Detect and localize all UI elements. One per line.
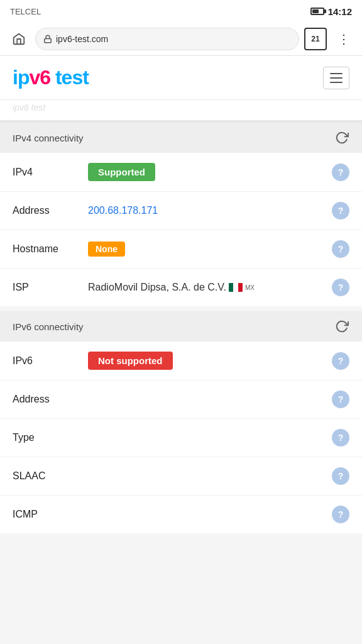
ipv4-help-button[interactable]: ?: [332, 164, 349, 181]
ipv6-not-supported-badge: Not supported: [88, 352, 173, 370]
hamburger-line-2: [330, 77, 343, 79]
address-url: ipv6-test.com: [56, 34, 108, 44]
ipv6-refresh-button[interactable]: [334, 319, 349, 334]
ipv4-hostname-value: None: [88, 242, 332, 257]
home-button[interactable]: [8, 28, 30, 50]
ipv6-section-header: IPv6 connectivity: [0, 311, 362, 341]
tab-counter-button[interactable]: 21: [304, 28, 327, 50]
ipv4-isp-value: RadioMovil Dipsa, S.A. de C.V. MX: [88, 282, 332, 293]
status-bar: TELCEL 14:12: [0, 0, 362, 23]
ipv6-type-row: Type ?: [0, 419, 362, 457]
ipv4-hostname-none-badge: None: [88, 242, 125, 257]
ipv4-refresh-button[interactable]: [334, 130, 349, 145]
ipv4-section-title: IPv4 connectivity: [13, 133, 84, 143]
ipv4-address-label: Address: [13, 205, 88, 216]
ipv6-slaac-label: SLAAC: [13, 470, 88, 482]
more-options-button[interactable]: ⋮: [332, 28, 354, 50]
carrier-text: TELCEL: [10, 7, 41, 16]
logo-test: test: [50, 66, 89, 89]
ipv4-isp-help-button[interactable]: ?: [332, 279, 349, 296]
ipv4-isp-row: ISP RadioMovil Dipsa, S.A. de C.V. MX ?: [0, 269, 362, 306]
site-header: ipv6 test: [0, 56, 362, 100]
ipv6-address-help-button[interactable]: ?: [332, 391, 349, 408]
ipv4-supported-badge: Supported: [88, 163, 155, 181]
home-icon: [12, 32, 26, 46]
hamburger-menu-button[interactable]: [323, 67, 349, 89]
ipv6-value: Not supported: [88, 352, 332, 370]
logo-v6: v6: [29, 66, 50, 89]
battery-icon: [310, 8, 324, 15]
ipv4-label: IPv4: [13, 167, 88, 178]
ipv6-type-help-button[interactable]: ?: [332, 429, 349, 447]
site-logo: ipv6 test: [13, 66, 89, 89]
ipv4-hostname-help-button[interactable]: ?: [332, 240, 349, 258]
ipv6-icmp-row: ICMP ?: [0, 496, 362, 533]
hamburger-line-3: [330, 82, 343, 83]
ipv6-slaac-help-button[interactable]: ?: [332, 467, 349, 485]
ipv4-address-row: Address 200.68.178.171 ?: [0, 192, 362, 230]
hamburger-line-1: [330, 73, 343, 74]
mexico-flag-icon: [229, 283, 243, 292]
refresh-icon-2: [335, 319, 349, 333]
address-bar[interactable]: ipv6-test.com: [35, 28, 299, 50]
logo-prefix: ip: [13, 66, 29, 89]
ipv6-section: IPv6 connectivity IPv6 Not supported ? A…: [0, 311, 362, 533]
ipv4-address-link[interactable]: 200.68.178.171: [88, 205, 158, 216]
ipv4-row: IPv4 Supported ?: [0, 153, 362, 192]
lock-icon: [43, 35, 52, 43]
tab-count: 21: [311, 35, 319, 43]
ipv4-address-help-button[interactable]: ?: [332, 202, 349, 219]
browser-chrome: ipv6-test.com 21 ⋮: [0, 23, 362, 56]
ipv4-hostname-label: Hostname: [13, 243, 88, 255]
ipv6-help-button[interactable]: ?: [332, 352, 349, 370]
ipv6-icmp-help-button[interactable]: ?: [332, 506, 349, 523]
ipv4-section-header: IPv4 connectivity: [0, 123, 362, 153]
ipv4-isp-label: ISP: [13, 282, 88, 293]
refresh-icon: [335, 131, 349, 145]
ipv4-value: Supported: [88, 163, 332, 181]
ipv6-row: IPv6 Not supported ?: [0, 341, 362, 380]
ipv4-address-value: 200.68.178.171: [88, 205, 332, 216]
time-display: 14:12: [328, 6, 352, 17]
ipv6-type-label: Type: [13, 432, 88, 443]
ipv4-hostname-row: Hostname None ?: [0, 230, 362, 269]
ipv6-address-label: Address: [13, 394, 88, 405]
isp-container: RadioMovil Dipsa, S.A. de C.V. MX: [88, 282, 332, 293]
watermark-text: ipv6 test: [13, 103, 45, 113]
svg-rect-0: [45, 38, 52, 42]
ipv6-label: IPv6: [13, 355, 88, 367]
isp-name: RadioMovil Dipsa, S.A. de C.V.: [88, 282, 226, 293]
ipv6-section-title: IPv6 connectivity: [13, 321, 84, 332]
ipv6-icmp-label: ICMP: [13, 509, 88, 520]
ipv4-section: IPv4 connectivity IPv4 Supported ? Addre…: [0, 123, 362, 306]
status-indicators: 14:12: [310, 6, 352, 17]
ipv6-slaac-row: SLAAC ?: [0, 457, 362, 496]
flag-country-label: MX: [245, 284, 255, 291]
ipv6-address-row: Address ?: [0, 380, 362, 419]
watermark: ipv6 test: [0, 100, 362, 123]
